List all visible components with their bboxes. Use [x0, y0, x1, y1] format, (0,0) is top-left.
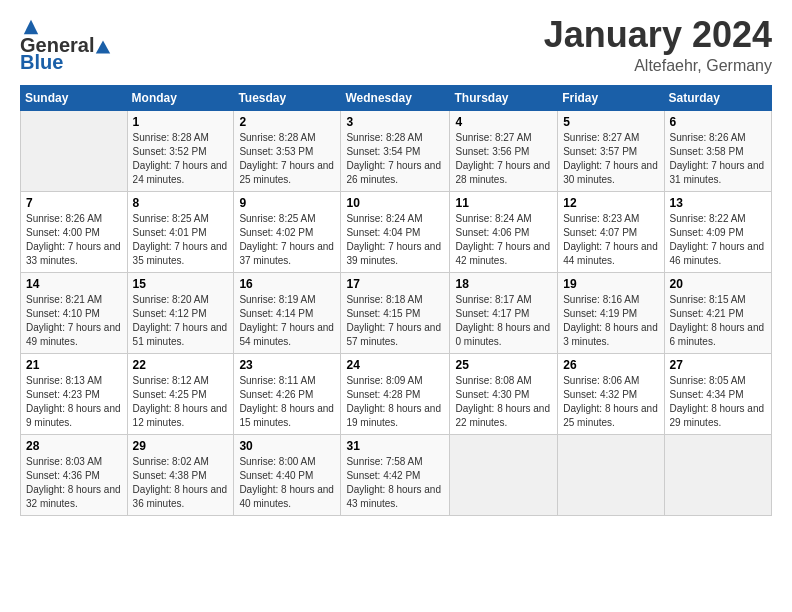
day-info: Sunrise: 8:25 AMSunset: 4:02 PMDaylight:… — [239, 212, 335, 268]
logo-blue-text: Blue — [20, 51, 63, 74]
table-row: 2Sunrise: 8:28 AMSunset: 3:53 PMDaylight… — [234, 110, 341, 191]
table-row: 14Sunrise: 8:21 AMSunset: 4:10 PMDayligh… — [21, 272, 128, 353]
day-number: 7 — [26, 196, 122, 210]
header-monday: Monday — [127, 85, 234, 110]
day-info: Sunrise: 8:27 AMSunset: 3:56 PMDaylight:… — [455, 131, 552, 187]
calendar-week-row: 28Sunrise: 8:03 AMSunset: 4:36 PMDayligh… — [21, 434, 772, 515]
header-saturday: Saturday — [664, 85, 771, 110]
day-number: 19 — [563, 277, 658, 291]
day-number: 27 — [670, 358, 766, 372]
table-row: 30Sunrise: 8:00 AMSunset: 4:40 PMDayligh… — [234, 434, 341, 515]
header-friday: Friday — [558, 85, 664, 110]
day-number: 26 — [563, 358, 658, 372]
table-row: 20Sunrise: 8:15 AMSunset: 4:21 PMDayligh… — [664, 272, 771, 353]
day-number: 13 — [670, 196, 766, 210]
table-row: 24Sunrise: 8:09 AMSunset: 4:28 PMDayligh… — [341, 353, 450, 434]
table-row: 7Sunrise: 8:26 AMSunset: 4:00 PMDaylight… — [21, 191, 128, 272]
day-info: Sunrise: 8:15 AMSunset: 4:21 PMDaylight:… — [670, 293, 766, 349]
day-info: Sunrise: 8:19 AMSunset: 4:14 PMDaylight:… — [239, 293, 335, 349]
day-info: Sunrise: 8:16 AMSunset: 4:19 PMDaylight:… — [563, 293, 658, 349]
svg-marker-1 — [96, 40, 110, 53]
logo: General Blue — [20, 15, 112, 74]
table-row: 17Sunrise: 8:18 AMSunset: 4:15 PMDayligh… — [341, 272, 450, 353]
day-number: 21 — [26, 358, 122, 372]
day-info: Sunrise: 8:05 AMSunset: 4:34 PMDaylight:… — [670, 374, 766, 430]
day-info: Sunrise: 8:21 AMSunset: 4:10 PMDaylight:… — [26, 293, 122, 349]
table-row — [450, 434, 558, 515]
day-info: Sunrise: 8:24 AMSunset: 4:04 PMDaylight:… — [346, 212, 444, 268]
day-info: Sunrise: 8:20 AMSunset: 4:12 PMDaylight:… — [133, 293, 229, 349]
day-info: Sunrise: 8:22 AMSunset: 4:09 PMDaylight:… — [670, 212, 766, 268]
header-sunday: Sunday — [21, 85, 128, 110]
day-info: Sunrise: 8:28 AMSunset: 3:54 PMDaylight:… — [346, 131, 444, 187]
table-row: 6Sunrise: 8:26 AMSunset: 3:58 PMDaylight… — [664, 110, 771, 191]
table-row: 15Sunrise: 8:20 AMSunset: 4:12 PMDayligh… — [127, 272, 234, 353]
header-tuesday: Tuesday — [234, 85, 341, 110]
day-info: Sunrise: 8:11 AMSunset: 4:26 PMDaylight:… — [239, 374, 335, 430]
day-number: 14 — [26, 277, 122, 291]
calendar-week-row: 14Sunrise: 8:21 AMSunset: 4:10 PMDayligh… — [21, 272, 772, 353]
table-row: 11Sunrise: 8:24 AMSunset: 4:06 PMDayligh… — [450, 191, 558, 272]
day-info: Sunrise: 8:02 AMSunset: 4:38 PMDaylight:… — [133, 455, 229, 511]
table-row — [664, 434, 771, 515]
day-number: 4 — [455, 115, 552, 129]
day-info: Sunrise: 8:25 AMSunset: 4:01 PMDaylight:… — [133, 212, 229, 268]
day-number: 5 — [563, 115, 658, 129]
table-row: 8Sunrise: 8:25 AMSunset: 4:01 PMDaylight… — [127, 191, 234, 272]
day-info: Sunrise: 8:23 AMSunset: 4:07 PMDaylight:… — [563, 212, 658, 268]
day-info: Sunrise: 8:28 AMSunset: 3:52 PMDaylight:… — [133, 131, 229, 187]
table-row: 25Sunrise: 8:08 AMSunset: 4:30 PMDayligh… — [450, 353, 558, 434]
logo-triangle-icon — [95, 39, 111, 55]
day-number: 25 — [455, 358, 552, 372]
table-row: 29Sunrise: 8:02 AMSunset: 4:38 PMDayligh… — [127, 434, 234, 515]
day-number: 18 — [455, 277, 552, 291]
day-number: 1 — [133, 115, 229, 129]
table-row: 9Sunrise: 8:25 AMSunset: 4:02 PMDaylight… — [234, 191, 341, 272]
table-row: 23Sunrise: 8:11 AMSunset: 4:26 PMDayligh… — [234, 353, 341, 434]
day-number: 28 — [26, 439, 122, 453]
day-number: 16 — [239, 277, 335, 291]
day-info: Sunrise: 8:13 AMSunset: 4:23 PMDaylight:… — [26, 374, 122, 430]
table-row: 28Sunrise: 8:03 AMSunset: 4:36 PMDayligh… — [21, 434, 128, 515]
svg-marker-0 — [24, 19, 38, 33]
calendar-week-row: 1Sunrise: 8:28 AMSunset: 3:52 PMDaylight… — [21, 110, 772, 191]
table-row: 4Sunrise: 8:27 AMSunset: 3:56 PMDaylight… — [450, 110, 558, 191]
header-thursday: Thursday — [450, 85, 558, 110]
table-row: 18Sunrise: 8:17 AMSunset: 4:17 PMDayligh… — [450, 272, 558, 353]
table-row: 5Sunrise: 8:27 AMSunset: 3:57 PMDaylight… — [558, 110, 664, 191]
table-row: 31Sunrise: 7:58 AMSunset: 4:42 PMDayligh… — [341, 434, 450, 515]
day-info: Sunrise: 8:09 AMSunset: 4:28 PMDaylight:… — [346, 374, 444, 430]
day-info: Sunrise: 8:27 AMSunset: 3:57 PMDaylight:… — [563, 131, 658, 187]
day-info: Sunrise: 8:00 AMSunset: 4:40 PMDaylight:… — [239, 455, 335, 511]
day-info: Sunrise: 8:24 AMSunset: 4:06 PMDaylight:… — [455, 212, 552, 268]
month-title: January 2024 — [544, 15, 772, 55]
page-header: General Blue January 2024 Altefaehr, Ger… — [20, 15, 772, 75]
day-info: Sunrise: 8:12 AMSunset: 4:25 PMDaylight:… — [133, 374, 229, 430]
day-info: Sunrise: 8:17 AMSunset: 4:17 PMDaylight:… — [455, 293, 552, 349]
day-number: 20 — [670, 277, 766, 291]
calendar-week-row: 7Sunrise: 8:26 AMSunset: 4:00 PMDaylight… — [21, 191, 772, 272]
day-info: Sunrise: 8:26 AMSunset: 3:58 PMDaylight:… — [670, 131, 766, 187]
table-row: 27Sunrise: 8:05 AMSunset: 4:34 PMDayligh… — [664, 353, 771, 434]
day-info: Sunrise: 8:28 AMSunset: 3:53 PMDaylight:… — [239, 131, 335, 187]
day-number: 30 — [239, 439, 335, 453]
day-number: 23 — [239, 358, 335, 372]
table-row: 22Sunrise: 8:12 AMSunset: 4:25 PMDayligh… — [127, 353, 234, 434]
day-number: 9 — [239, 196, 335, 210]
calendar-table: Sunday Monday Tuesday Wednesday Thursday… — [20, 85, 772, 516]
day-number: 22 — [133, 358, 229, 372]
day-number: 15 — [133, 277, 229, 291]
day-info: Sunrise: 8:18 AMSunset: 4:15 PMDaylight:… — [346, 293, 444, 349]
title-block: January 2024 Altefaehr, Germany — [544, 15, 772, 75]
day-info: Sunrise: 8:08 AMSunset: 4:30 PMDaylight:… — [455, 374, 552, 430]
table-row: 19Sunrise: 8:16 AMSunset: 4:19 PMDayligh… — [558, 272, 664, 353]
table-row: 21Sunrise: 8:13 AMSunset: 4:23 PMDayligh… — [21, 353, 128, 434]
day-number: 31 — [346, 439, 444, 453]
table-row: 3Sunrise: 8:28 AMSunset: 3:54 PMDaylight… — [341, 110, 450, 191]
day-info: Sunrise: 8:06 AMSunset: 4:32 PMDaylight:… — [563, 374, 658, 430]
table-row — [21, 110, 128, 191]
day-number: 17 — [346, 277, 444, 291]
day-number: 2 — [239, 115, 335, 129]
table-row — [558, 434, 664, 515]
logo-icon — [22, 18, 40, 36]
